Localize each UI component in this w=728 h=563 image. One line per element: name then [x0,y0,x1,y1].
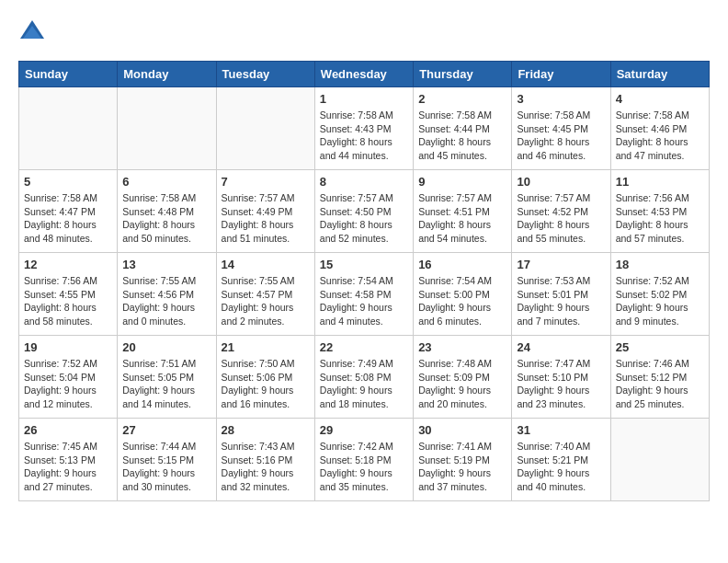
day-number: 3 [517,92,605,106]
calendar-cell: 22Sunrise: 7:49 AM Sunset: 5:08 PM Dayli… [314,336,413,419]
day-number: 15 [320,258,408,271]
calendar-cell: 9Sunrise: 7:57 AM Sunset: 4:51 PM Daylig… [414,170,512,253]
calendar-cell: 5Sunrise: 7:58 AM Sunset: 4:47 PM Daylig… [19,170,118,253]
day-number: 23 [418,340,506,354]
calendar-cell: 25Sunrise: 7:46 AM Sunset: 5:12 PM Dayli… [610,336,709,419]
day-number: 28 [222,423,310,437]
day-number: 30 [418,423,506,437]
day-info: Sunrise: 7:58 AM Sunset: 4:46 PM Dayligh… [616,109,704,163]
day-number: 12 [24,258,112,271]
calendar-cell [610,419,709,501]
day-number: 7 [222,175,310,189]
day-number: 2 [418,92,506,106]
calendar-cell: 20Sunrise: 7:51 AM Sunset: 5:05 PM Dayli… [118,336,216,419]
day-number: 22 [320,340,408,354]
logo [18,18,50,46]
calendar-cell: 30Sunrise: 7:41 AM Sunset: 5:19 PM Dayli… [414,419,512,501]
day-info: Sunrise: 7:58 AM Sunset: 4:43 PM Dayligh… [320,109,408,163]
week-row-4: 19Sunrise: 7:52 AM Sunset: 5:04 PM Dayli… [19,336,710,419]
week-row-1: 1Sunrise: 7:58 AM Sunset: 4:43 PM Daylig… [19,87,710,170]
week-row-2: 5Sunrise: 7:58 AM Sunset: 4:47 PM Daylig… [19,170,710,253]
day-info: Sunrise: 7:42 AM Sunset: 5:18 PM Dayligh… [320,440,408,494]
day-info: Sunrise: 7:55 AM Sunset: 4:56 PM Dayligh… [122,274,210,328]
header-saturday: Saturday [610,62,709,87]
calendar-table: SundayMondayTuesdayWednesdayThursdayFrid… [18,61,710,501]
day-number: 31 [517,423,605,437]
day-info: Sunrise: 7:56 AM Sunset: 4:55 PM Dayligh… [24,274,112,328]
calendar-cell: 21Sunrise: 7:50 AM Sunset: 5:06 PM Dayli… [216,336,314,419]
day-number: 26 [24,423,112,437]
day-number: 6 [122,175,210,189]
week-row-3: 12Sunrise: 7:56 AM Sunset: 4:55 PM Dayli… [19,253,710,336]
header-sunday: Sunday [19,62,118,87]
week-row-5: 26Sunrise: 7:45 AM Sunset: 5:13 PM Dayli… [19,419,710,501]
day-number: 13 [122,258,210,271]
day-info: Sunrise: 7:48 AM Sunset: 5:09 PM Dayligh… [418,357,506,411]
day-number: 24 [517,340,605,354]
day-info: Sunrise: 7:56 AM Sunset: 4:53 PM Dayligh… [616,191,704,246]
day-number: 9 [418,175,506,189]
calendar-cell: 10Sunrise: 7:57 AM Sunset: 4:52 PM Dayli… [512,170,610,253]
day-info: Sunrise: 7:52 AM Sunset: 5:02 PM Dayligh… [616,274,704,328]
day-info: Sunrise: 7:54 AM Sunset: 4:58 PM Dayligh… [320,274,408,328]
day-number: 29 [320,423,408,437]
calendar-cell [216,87,314,170]
day-number: 11 [616,175,704,189]
day-info: Sunrise: 7:46 AM Sunset: 5:12 PM Dayligh… [616,357,704,411]
calendar-cell: 2Sunrise: 7:58 AM Sunset: 4:44 PM Daylig… [414,87,512,170]
day-number: 19 [24,340,112,354]
day-info: Sunrise: 7:58 AM Sunset: 4:44 PM Dayligh… [418,109,506,163]
day-info: Sunrise: 7:57 AM Sunset: 4:49 PM Dayligh… [222,191,310,246]
calendar-cell: 27Sunrise: 7:44 AM Sunset: 5:15 PM Dayli… [118,419,216,501]
day-info: Sunrise: 7:41 AM Sunset: 5:19 PM Dayligh… [418,440,506,494]
header-thursday: Thursday [414,62,512,87]
calendar-cell: 28Sunrise: 7:43 AM Sunset: 5:16 PM Dayli… [216,419,314,501]
calendar-cell: 6Sunrise: 7:58 AM Sunset: 4:48 PM Daylig… [118,170,216,253]
calendar-cell: 4Sunrise: 7:58 AM Sunset: 4:46 PM Daylig… [610,87,709,170]
day-info: Sunrise: 7:57 AM Sunset: 4:51 PM Dayligh… [418,191,506,246]
day-number: 10 [517,175,605,189]
calendar-cell: 14Sunrise: 7:55 AM Sunset: 4:57 PM Dayli… [216,253,314,336]
calendar-cell: 7Sunrise: 7:57 AM Sunset: 4:49 PM Daylig… [216,170,314,253]
header-monday: Monday [118,62,216,87]
calendar-cell: 8Sunrise: 7:57 AM Sunset: 4:50 PM Daylig… [314,170,413,253]
calendar-cell: 3Sunrise: 7:58 AM Sunset: 4:45 PM Daylig… [512,87,610,170]
page-header [18,18,710,46]
header-row: SundayMondayTuesdayWednesdayThursdayFrid… [19,62,710,87]
day-number: 5 [24,175,112,189]
logo-icon [18,18,46,46]
calendar-cell: 18Sunrise: 7:52 AM Sunset: 5:02 PM Dayli… [610,253,709,336]
day-info: Sunrise: 7:58 AM Sunset: 4:48 PM Dayligh… [122,191,210,246]
calendar-cell: 16Sunrise: 7:54 AM Sunset: 5:00 PM Dayli… [414,253,512,336]
day-number: 8 [320,175,408,189]
calendar-cell [118,87,216,170]
day-info: Sunrise: 7:54 AM Sunset: 5:00 PM Dayligh… [418,274,506,328]
day-number: 14 [222,258,310,271]
day-info: Sunrise: 7:53 AM Sunset: 5:01 PM Dayligh… [517,274,605,328]
day-info: Sunrise: 7:49 AM Sunset: 5:08 PM Dayligh… [320,357,408,411]
day-number: 17 [517,258,605,271]
day-number: 27 [122,423,210,437]
day-number: 25 [616,340,704,354]
calendar-cell: 15Sunrise: 7:54 AM Sunset: 4:58 PM Dayli… [314,253,413,336]
day-info: Sunrise: 7:45 AM Sunset: 5:13 PM Dayligh… [24,440,112,494]
calendar-cell: 17Sunrise: 7:53 AM Sunset: 5:01 PM Dayli… [512,253,610,336]
day-number: 16 [418,258,506,271]
day-info: Sunrise: 7:52 AM Sunset: 5:04 PM Dayligh… [24,357,112,411]
day-info: Sunrise: 7:40 AM Sunset: 5:21 PM Dayligh… [517,440,605,494]
day-info: Sunrise: 7:57 AM Sunset: 4:50 PM Dayligh… [320,191,408,246]
day-number: 20 [122,340,210,354]
day-info: Sunrise: 7:50 AM Sunset: 5:06 PM Dayligh… [222,357,310,411]
calendar-cell [19,87,118,170]
calendar-cell: 29Sunrise: 7:42 AM Sunset: 5:18 PM Dayli… [314,419,413,501]
day-info: Sunrise: 7:55 AM Sunset: 4:57 PM Dayligh… [222,274,310,328]
calendar-cell: 12Sunrise: 7:56 AM Sunset: 4:55 PM Dayli… [19,253,118,336]
calendar-cell: 1Sunrise: 7:58 AM Sunset: 4:43 PM Daylig… [314,87,413,170]
header-tuesday: Tuesday [216,62,314,87]
calendar-cell: 24Sunrise: 7:47 AM Sunset: 5:10 PM Dayli… [512,336,610,419]
calendar-cell: 31Sunrise: 7:40 AM Sunset: 5:21 PM Dayli… [512,419,610,501]
day-number: 21 [222,340,310,354]
calendar-cell: 19Sunrise: 7:52 AM Sunset: 5:04 PM Dayli… [19,336,118,419]
day-info: Sunrise: 7:58 AM Sunset: 4:47 PM Dayligh… [24,191,112,246]
day-info: Sunrise: 7:57 AM Sunset: 4:52 PM Dayligh… [517,191,605,246]
